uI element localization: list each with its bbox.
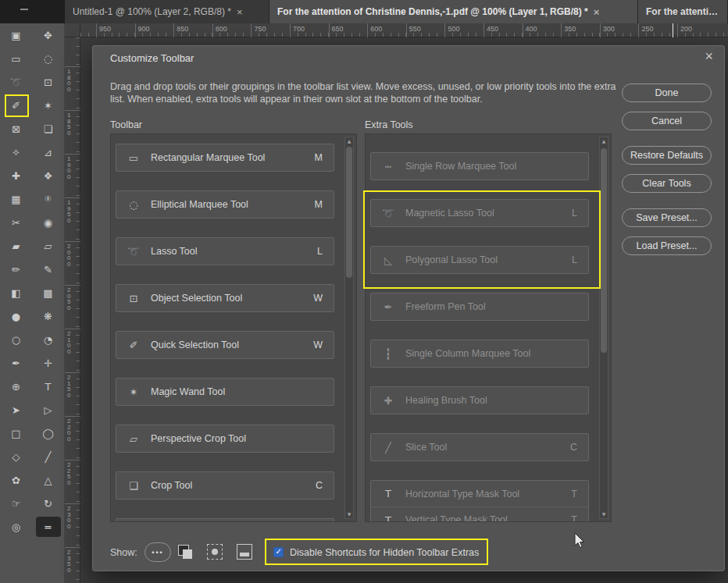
blur-tool[interactable]: ● xyxy=(4,306,29,326)
disable-shortcuts-checkbox[interactable] xyxy=(273,547,284,557)
load-preset-button[interactable]: Load Preset... xyxy=(622,236,712,255)
type-tool[interactable]: T xyxy=(36,376,61,396)
restore-defaults-button[interactable]: Restore Defaults xyxy=(622,146,712,165)
perspective-crop-icon: ▱ xyxy=(116,433,151,445)
magic-wand-icon: ✶ xyxy=(116,386,151,398)
magnetic-lasso-icon: ➰ xyxy=(371,208,405,219)
scroll-up-icon[interactable]: ▲ xyxy=(600,137,608,145)
ruler-tool[interactable]: ⊿ xyxy=(36,142,61,162)
ellipse-tool-icon: ◯ xyxy=(42,428,54,439)
quick-mask-icon[interactable] xyxy=(207,544,223,560)
burn-tool[interactable]: ◔ xyxy=(36,329,61,350)
scroll-down-icon[interactable]: ▼ xyxy=(345,510,353,518)
save-preset-button[interactable]: Save Preset... xyxy=(622,208,712,227)
gradient-tool[interactable]: ▩ xyxy=(36,283,61,303)
magic-wand-tool[interactable]: ✶ xyxy=(36,95,61,116)
cancel-button[interactable]: Cancel xyxy=(622,112,712,130)
line-tool[interactable]: ╱ xyxy=(36,446,61,467)
item-shortcut: L xyxy=(572,208,577,219)
screen-mode-icon[interactable] xyxy=(237,544,252,560)
clear-tools-button[interactable]: Clear Tools xyxy=(622,174,712,193)
ellipse-tool[interactable]: ◯ xyxy=(36,423,61,443)
rotate-view-tool[interactable]: ↻ xyxy=(36,493,61,514)
item-polygonal-lasso-tool[interactable]: ◺ Polygonal Lasso Tool L xyxy=(370,246,589,274)
zoom-tool[interactable]: ◎ xyxy=(4,517,29,537)
hand-tool[interactable]: ☞ xyxy=(4,493,29,514)
eraser-tool[interactable]: ▰ xyxy=(4,236,29,256)
item-quick-selection-tool[interactable]: ✐ Quick Selection Tool W xyxy=(116,331,334,359)
curvature-pen-tool[interactable]: ⊕ xyxy=(4,376,29,396)
paint-bucket-tool-icon: ◧ xyxy=(11,287,20,299)
dodge-tool[interactable]: ○ xyxy=(4,329,29,350)
document-tab-untitled[interactable]: Untitled-1 @ 100% (Layer 2, RGB/8) * × xyxy=(65,0,269,23)
rotate-view-tool-icon: ↻ xyxy=(44,498,52,510)
scroll-up-icon[interactable]: ▲ xyxy=(345,137,353,145)
artboard-tool[interactable]: ▣ xyxy=(4,25,29,45)
item-partial[interactable] xyxy=(116,518,334,522)
custom-shape-tool[interactable]: ✿ xyxy=(4,470,29,490)
item-lasso-tool[interactable]: ➰ Lasso Tool L xyxy=(116,237,334,265)
ruler-number: 550 xyxy=(409,25,421,33)
item-healing-brush-tool[interactable]: ✚ Healing Brush Tool xyxy=(370,386,589,414)
item-crop-tool[interactable]: ❏ Crop Tool C xyxy=(116,471,334,499)
patch-tool[interactable]: ❖ xyxy=(36,165,61,186)
red-eye-tool[interactable]: ◉ xyxy=(36,212,61,233)
pen-tool[interactable]: ✒ xyxy=(4,353,29,373)
polygon-tool[interactable]: ◇ xyxy=(4,446,29,467)
done-button[interactable]: Done xyxy=(622,84,712,102)
content-aware-move-tool[interactable]: ✛ xyxy=(36,353,61,373)
scroll-down-icon[interactable]: ▼ xyxy=(600,510,608,518)
dialog-close-icon[interactable]: × xyxy=(705,48,713,64)
lasso-tool[interactable]: ➰ xyxy=(4,72,29,92)
item-freeform-pen-tool[interactable]: ✒ Freeform Pen Tool xyxy=(370,293,589,321)
item-slice-tool[interactable]: ╱ Slice Tool C xyxy=(370,433,589,461)
healing-brush-tool[interactable]: ✚ xyxy=(4,165,29,186)
crop-tool[interactable]: ❏ xyxy=(36,119,61,139)
brush-tool[interactable]: ✎ xyxy=(36,259,61,279)
ruler-number: 600 xyxy=(370,25,382,33)
item-elliptical-marquee-tool[interactable]: ◌ Elliptical Marquee Tool M xyxy=(116,190,334,219)
item-label: Lasso Tool xyxy=(151,246,317,257)
type-mask-tool-group: T Horizontal Type Mask Tool T T Vertical… xyxy=(370,480,589,522)
tab-close-icon[interactable]: × xyxy=(237,6,243,18)
extra-list-scrollbar[interactable]: ▲ ▼ xyxy=(599,137,608,519)
item-magic-wand-tool[interactable]: ✶ Magic Wand Tool xyxy=(116,378,334,406)
scrollbar-thumb[interactable] xyxy=(601,148,607,353)
item-single-row-marquee-tool[interactable]: ┅ Single Row Marquee Tool xyxy=(370,152,589,180)
tab-close-icon[interactable]: × xyxy=(594,6,600,18)
item-object-selection-tool[interactable]: ⊡ Object Selection Tool W xyxy=(116,284,334,312)
ruler-number: 2 1 5 0 xyxy=(67,375,70,398)
path-selection-tool[interactable]: ➤ xyxy=(4,400,29,420)
color-controls-icon[interactable] xyxy=(177,544,193,560)
item-rectangular-marquee-tool[interactable]: ▭ Rectangular Marquee Tool M xyxy=(116,144,334,172)
item-horizontal-type-mask-tool[interactable]: T Horizontal Type Mask Tool T xyxy=(371,481,588,507)
move-tool[interactable]: ✥ xyxy=(36,25,61,45)
quick-selection-tool[interactable]: ✐ xyxy=(4,95,29,116)
slice-tool[interactable]: ✂ xyxy=(4,212,29,233)
frame-tool[interactable]: ⊠ xyxy=(4,119,29,139)
triangle-tool[interactable]: △ xyxy=(36,470,61,490)
item-perspective-crop-tool[interactable]: ▱ Perspective Crop Tool xyxy=(116,425,334,453)
document-tab-partial[interactable]: For the attention xyxy=(638,0,728,23)
rectangular-marquee-tool[interactable]: ▭ xyxy=(4,48,29,69)
eyedropper-tool[interactable]: ✧ xyxy=(4,142,29,162)
paint-bucket-tool[interactable]: ◧ xyxy=(4,283,29,303)
item-vertical-type-mask-tool[interactable]: T Vertical Type Mask Tool T xyxy=(371,507,588,522)
document-tab-christine-dennis[interactable]: For the attention of Christine Dennis,-1… xyxy=(269,0,638,23)
toolbar-list-scrollbar[interactable]: ▲ ▼ xyxy=(344,137,354,519)
background-eraser-tool[interactable]: ▱ xyxy=(36,236,61,256)
scrollbar-thumb[interactable] xyxy=(346,147,352,278)
item-magnetic-lasso-tool[interactable]: ➰ Magnetic Lasso Tool L xyxy=(370,199,589,227)
object-selection-tool[interactable]: ⊡ xyxy=(36,72,61,92)
item-single-column-marquee-tool[interactable]: ┇ Single Column Marquee Tool xyxy=(370,339,589,368)
pattern-stamp-tool[interactable]: ▦ xyxy=(4,189,29,209)
single-row-marquee-tool[interactable]: ═ xyxy=(36,517,61,537)
elliptical-marquee-tool[interactable]: ◌ xyxy=(36,48,61,69)
rectangle-tool[interactable]: □ xyxy=(4,423,29,443)
pencil-tool[interactable]: ✏ xyxy=(4,259,29,279)
clone-stamp-tool[interactable]: ⍟ xyxy=(36,189,61,209)
direct-selection-tool[interactable]: ▷ xyxy=(36,400,61,420)
smudge-tool[interactable]: ❋ xyxy=(36,306,61,326)
lasso-tool-icon: ➰ xyxy=(9,76,22,88)
extras-menu-button[interactable]: ••• xyxy=(145,542,171,562)
